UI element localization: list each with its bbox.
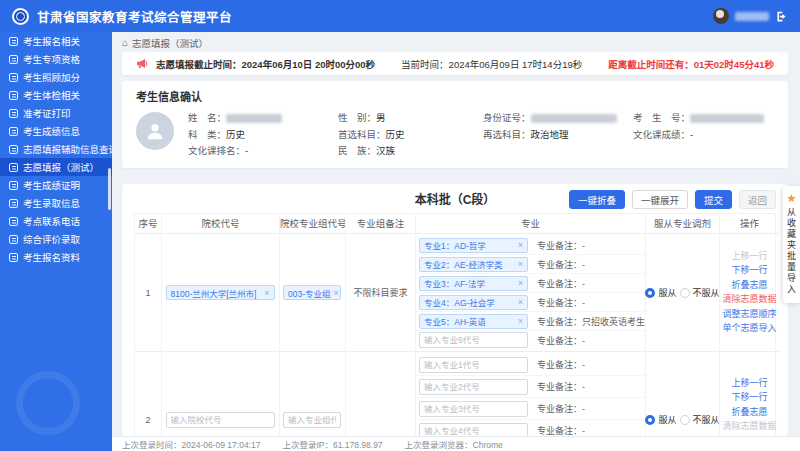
obey-label[interactable]: 服从 [658, 286, 676, 299]
sidebar-item-admission-info[interactable]: 考生录取信息 [0, 194, 112, 212]
major-remark: 专业备注：- [532, 334, 645, 347]
clear-icon[interactable]: × [515, 278, 523, 288]
sidebar-item-special-qualification[interactable]: 考生专项资格 [0, 50, 112, 68]
col-adjust: 服从专业调剂 [645, 214, 719, 234]
breadcrumb-label: 志愿填报（测试） [132, 36, 208, 50]
major-code-input[interactable] [419, 401, 528, 417]
sidebar-item-label: 考生报名相关 [23, 34, 80, 48]
major-remark: 专业备注：只招收英语考生 [532, 315, 645, 328]
candidate-info-card: 考生信息确认 姓 名： 科 类：历史 文化课排名：- 性 别：男 首选科目：历史… [122, 81, 788, 168]
logout-icon[interactable] [775, 10, 788, 23]
clear-volunteer-link[interactable]: 清除志愿数据 [722, 293, 776, 307]
adjust-order-link[interactable]: 调整志愿顺序 [722, 308, 776, 322]
sidebar-item-label: 志愿填报辅助信息查询 [23, 142, 112, 156]
group-code-input[interactable] [283, 412, 341, 428]
submit-button[interactable]: 提交 [695, 190, 732, 209]
clear-icon[interactable]: × [331, 288, 339, 298]
sidebar-item-aux-info-query[interactable]: 志愿填报辅助信息查询 [0, 140, 112, 158]
sidebar-scrollbar[interactable] [108, 168, 111, 210]
sidebar-item-application-materials[interactable]: 考生报名资料 [0, 248, 112, 266]
clear-icon[interactable]: × [515, 259, 523, 269]
operations-cell: 上移一行 下移一行 折叠志愿 清除志愿数据 调整志愿顺序 单个志愿导入 [719, 234, 779, 352]
sidebar-item-registration[interactable]: 考生报名相关 [0, 32, 112, 50]
remaining-time-text: 距离截止时间还有：01天02时45分41秒 [608, 57, 774, 71]
refuse-label[interactable]: 不服从 [693, 413, 720, 426]
row-no: 2 [135, 352, 161, 436]
major-tag[interactable]: 专业2：AE-经济学类× [419, 257, 528, 272]
sidebar-item-label: 考生录取信息 [23, 196, 80, 210]
clear-icon[interactable]: × [515, 297, 523, 307]
major-tag[interactable]: 专业4：AG-社会学× [419, 295, 528, 310]
major-code-input[interactable] [419, 379, 528, 395]
sidebar-item-ticket-print[interactable]: 准考证打印 [0, 104, 112, 122]
major-tag[interactable]: 专业3：AF-法学× [419, 276, 528, 291]
favorites-import-tab[interactable]: ★ 从收藏夹批量导入 [783, 186, 800, 303]
folder-icon [9, 253, 18, 262]
clear-icon[interactable]: × [261, 288, 269, 298]
move-up-link[interactable]: 上移一行 [731, 377, 767, 391]
field-category: 科 类：历史 [188, 127, 338, 144]
phone-icon [9, 217, 18, 226]
sidebar-item-label: 志愿填报（测试） [23, 160, 99, 174]
fold-volunteer-link[interactable]: 折叠志愿 [731, 279, 767, 293]
major-subrow: 专业备注：- [416, 354, 645, 376]
expand-all-button[interactable]: 一键展开 [632, 190, 688, 209]
obey-label[interactable]: 服从 [658, 413, 676, 426]
app-header: 甘肃省国家教育考试综合管理平台 [0, 0, 800, 32]
move-down-link[interactable]: 下移一行 [731, 391, 767, 405]
sidebar-item-score-certificate[interactable]: 考生成绩证明 [0, 176, 112, 194]
row-no: 1 [135, 234, 161, 352]
adjust-cell: 服从 不服从 [645, 234, 719, 352]
search-icon [9, 145, 18, 154]
college-code-input[interactable] [166, 412, 275, 428]
college-code-cell [161, 352, 279, 436]
sidebar-item-volunteer-fill-test[interactable]: 志愿填报（测试） [0, 158, 112, 176]
field-culture-score: 文化课成绩：- [633, 127, 800, 144]
college-code-tag[interactable]: 8100-兰州大学[兰州市] × [166, 285, 275, 300]
user-name-redacted [735, 12, 769, 21]
sidebar-item-label: 考生成绩信息 [23, 124, 80, 138]
col-college-code: 院校代号 [161, 214, 279, 234]
sidebar-item-label: 考生成绩证明 [23, 178, 80, 192]
sidebar-item-bonus-points[interactable]: 考生照顾加分 [0, 68, 112, 86]
single-import-link[interactable]: 单个志愿导入 [722, 322, 776, 336]
major-code-input[interactable] [419, 423, 528, 437]
info-col-3: 身份证号： 再选科目：政治地理 [483, 110, 633, 160]
document-icon [9, 73, 18, 82]
fold-all-button[interactable]: 一键折叠 [569, 190, 625, 209]
major-code-input[interactable] [419, 357, 528, 373]
deadline-text: 志愿填报截止时间：2024年06月10日 20时00分00秒 [156, 57, 375, 71]
sidebar-item-comprehensive-evaluation[interactable]: 综合评价录取 [0, 230, 112, 248]
clear-icon[interactable]: × [515, 316, 523, 326]
sidebar-item-score-info[interactable]: 考生成绩信息 [0, 122, 112, 140]
major-tag[interactable]: 专业5：AH-英语× [419, 314, 528, 329]
obey-radio[interactable] [645, 288, 655, 298]
last-login-time: 上次登录时间：2024-06-09 17:04:17 [122, 438, 260, 450]
move-down-link[interactable]: 下移一行 [731, 264, 767, 278]
table-row: 2 专业备注：- 专业备注：- [135, 352, 775, 436]
major-code-input[interactable] [419, 332, 528, 348]
current-time-text: 当前时间：2024年06月09日 17时14分19秒 [401, 57, 582, 71]
major-subrow: 专业备注：- [416, 398, 645, 420]
sidebar-item-physical-exam[interactable]: 考生体检相关 [0, 86, 112, 104]
major-subrow: 专业5：AH-英语× 专业备注：只招收英语考生 [416, 312, 645, 331]
col-group-remark: 专业组备注 [345, 214, 415, 234]
refuse-label[interactable]: 不服从 [693, 286, 720, 299]
fold-volunteer-link[interactable]: 折叠志愿 [731, 406, 767, 420]
sidebar-item-label: 考生专项资格 [23, 52, 80, 66]
home-icon: ⌂ [122, 37, 128, 48]
document-icon [9, 199, 18, 208]
clear-icon[interactable]: × [515, 240, 523, 250]
refuse-radio[interactable] [680, 288, 690, 298]
back-button[interactable]: 返回 [739, 190, 776, 209]
field-re-subject: 再选科目：政治地理 [483, 127, 633, 144]
sidebar-item-contact-phone[interactable]: 考点联系电话 [0, 212, 112, 230]
major-tag[interactable]: 专业1：AD-哲学× [419, 238, 528, 253]
group-code-tag[interactable]: 003-专业组 × [283, 285, 341, 300]
user-avatar[interactable] [713, 8, 729, 24]
obey-radio[interactable] [645, 415, 655, 425]
major-remark: 专业备注：- [532, 358, 645, 371]
refuse-radio[interactable] [680, 415, 690, 425]
college-code-cell: 8100-兰州大学[兰州市] × [161, 234, 279, 352]
document-icon [9, 91, 18, 100]
